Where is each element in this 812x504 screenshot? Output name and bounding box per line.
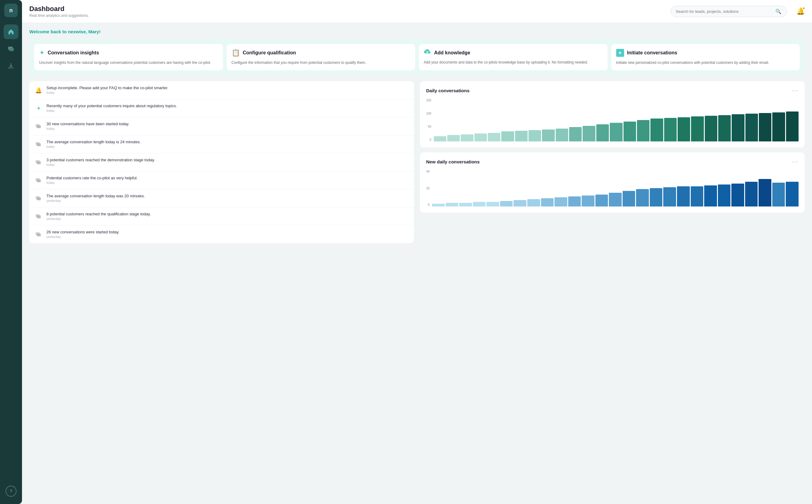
feature-card-2[interactable]: Add knowledge Add your documents and dat…	[419, 44, 608, 70]
new-daily-chart-title: New daily conversations	[426, 159, 480, 164]
svg-rect-16	[37, 233, 41, 236]
bar[interactable]	[677, 186, 690, 206]
bar[interactable]	[527, 199, 540, 206]
svg-rect-4	[37, 125, 41, 128]
bar[interactable]	[624, 122, 636, 141]
y-label-0: 0	[426, 138, 431, 141]
feature-card-3[interactable]: + Initiate conversations Initiate new pe…	[611, 44, 800, 70]
bar[interactable]	[786, 182, 799, 206]
notification-item-6[interactable]: The average conversation length today wa…	[29, 189, 414, 207]
bar[interactable]	[691, 116, 704, 141]
notification-item-2[interactable]: 30 new conversations have been started t…	[29, 117, 414, 135]
bar[interactable]	[623, 191, 635, 206]
bar[interactable]	[772, 112, 785, 141]
bar[interactable]	[501, 131, 514, 141]
bar[interactable]	[637, 120, 649, 141]
notification-item-1[interactable]: ✦ Recently many of your potential custom…	[29, 99, 414, 117]
new-daily-chart-menu[interactable]: ···	[792, 159, 799, 165]
bar[interactable]	[583, 126, 595, 141]
daily-chart-title: Daily conversations	[426, 88, 470, 93]
svg-rect-14	[37, 215, 41, 218]
bar[interactable]	[514, 200, 526, 206]
bar[interactable]	[704, 185, 717, 206]
bar[interactable]	[486, 202, 499, 206]
bar[interactable]	[745, 114, 758, 141]
bar[interactable]	[488, 133, 500, 141]
notification-item-3[interactable]: The average conversation length today is…	[29, 135, 414, 153]
bar[interactable]	[718, 184, 731, 206]
bar[interactable]	[609, 193, 622, 206]
card-title-2: Add knowledge	[434, 50, 470, 56]
bar[interactable]	[556, 129, 568, 141]
cloud-icon	[424, 49, 431, 57]
bar[interactable]	[636, 189, 649, 206]
card-title-1: Configure qualification	[243, 50, 296, 56]
chat-gray-icon-4	[34, 158, 43, 167]
bar[interactable]	[432, 204, 445, 206]
bar[interactable]	[434, 136, 446, 141]
feature-card-1[interactable]: 📋 Configure qualification Configure the …	[227, 44, 415, 70]
sidebar-item-home[interactable]	[4, 24, 18, 39]
bar[interactable]	[541, 198, 554, 206]
svg-rect-1	[9, 48, 14, 51]
bar[interactable]	[473, 202, 486, 206]
bar[interactable]	[569, 127, 582, 141]
bar[interactable]	[610, 123, 622, 141]
card-title-3: Initiate conversations	[627, 50, 678, 56]
sidebar-item-chat[interactable]	[4, 42, 18, 56]
notification-item-4[interactable]: 3 potential customers reached the demons…	[29, 153, 414, 171]
bar[interactable]	[554, 197, 567, 206]
notification-item-0[interactable]: 🔔 Setup incomplete. Please add your FAQ …	[29, 81, 414, 99]
bar[interactable]	[772, 183, 785, 206]
bar[interactable]	[663, 187, 676, 206]
new-daily-y-labels: 40 20 0	[426, 170, 430, 206]
chat-gray-icon-7	[34, 212, 43, 221]
bar[interactable]	[474, 133, 487, 141]
bar[interactable]	[678, 117, 690, 141]
notification-text-5: Potential customers rate the co-pilot as…	[46, 176, 137, 184]
notification-item-5[interactable]: Potential customers rate the co-pilot as…	[29, 171, 414, 189]
bar[interactable]	[596, 124, 609, 141]
sidebar-item-download[interactable]	[4, 59, 18, 73]
bar[interactable]	[568, 196, 581, 206]
bar[interactable]	[718, 115, 731, 141]
bar[interactable]	[500, 201, 513, 206]
bar[interactable]	[582, 195, 594, 206]
bar[interactable]	[759, 179, 771, 206]
bar[interactable]	[542, 130, 554, 141]
bar[interactable]	[759, 113, 771, 141]
search-input[interactable]	[676, 9, 773, 14]
search-bar[interactable]: 🔍	[671, 6, 787, 17]
bar[interactable]	[447, 135, 460, 141]
card-header-0: ✦ Conversation insights	[39, 49, 218, 57]
bar[interactable]	[745, 182, 758, 206]
bar[interactable]	[515, 131, 528, 141]
notification-text-3: The average conversation length today is…	[46, 140, 141, 148]
bar[interactable]	[459, 203, 472, 206]
bar[interactable]	[731, 184, 744, 206]
app-logo[interactable]: n	[4, 4, 18, 17]
home-icon	[8, 28, 14, 35]
notification-item-8[interactable]: 26 new conversations were started today.…	[29, 225, 414, 243]
bar[interactable]	[529, 130, 541, 141]
feature-card-0[interactable]: ✦ Conversation insights Uncover insights…	[34, 44, 223, 70]
bar[interactable]	[650, 119, 663, 141]
bar[interactable]	[732, 114, 744, 141]
bar[interactable]	[446, 203, 459, 206]
y-label-0b: 0	[426, 203, 430, 206]
bar[interactable]	[650, 188, 663, 206]
bar[interactable]	[705, 116, 717, 141]
notifications-panel: 🔔 Setup incomplete. Please add your FAQ …	[29, 81, 414, 243]
page-subtitle: Real time analytics and suggestions.	[29, 13, 89, 18]
sidebar-item-help[interactable]: ?	[5, 486, 16, 497]
notification-item-7[interactable]: 8 potential customers reached the qualif…	[29, 207, 414, 225]
bar[interactable]	[595, 195, 608, 206]
bar[interactable]	[461, 134, 473, 141]
card-desc-2: Add your documents and data to the co-pi…	[424, 60, 603, 65]
bar[interactable]	[664, 118, 677, 141]
bar[interactable]	[691, 186, 704, 206]
sidebar: n ?	[0, 0, 22, 504]
notification-bell[interactable]: 🔔	[796, 7, 805, 15]
bar[interactable]	[786, 111, 799, 141]
daily-chart-menu[interactable]: ···	[792, 87, 799, 94]
